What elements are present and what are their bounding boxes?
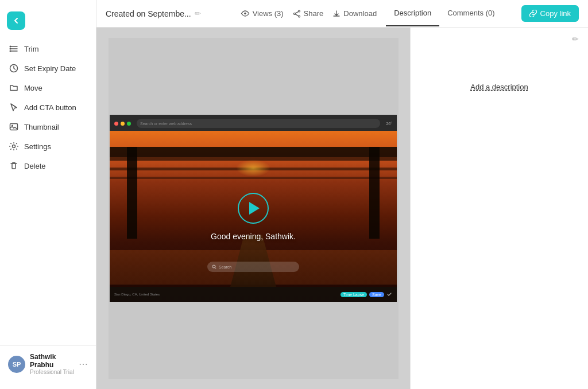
play-button[interactable]	[238, 193, 269, 224]
tabs: Description Comments (0)	[386, 1, 502, 26]
sidebar-item-move[interactable]: Move	[0, 78, 96, 98]
svg-point-6	[13, 145, 16, 148]
clock-icon	[9, 64, 18, 73]
video-container[interactable]: Search or enter web address 26°	[109, 38, 399, 379]
svg-point-5	[11, 125, 13, 127]
sidebar-menu: Trim Set Expiry Date Move Add CTA button	[0, 39, 96, 345]
desc-edit-area: ✏	[420, 34, 579, 44]
walkway	[230, 235, 276, 287]
taskbar-right: Time Lapse Save	[341, 291, 392, 297]
search-placeholder: Search	[219, 265, 231, 269]
sidebar-item-trim[interactable]: Trim	[0, 39, 96, 59]
gear-icon	[9, 142, 18, 151]
svg-point-10	[293, 13, 295, 14]
share-button[interactable]: Share	[293, 9, 324, 18]
taskbar-icon-1	[386, 291, 392, 297]
svg-point-9	[298, 15, 300, 17]
video-panel: Search or enter web address 26°	[96, 28, 410, 389]
avatar: SP	[8, 356, 25, 373]
user-role: Professional Trial	[30, 369, 74, 375]
trash-icon	[9, 161, 18, 170]
download-icon	[332, 10, 341, 18]
sidebar-item-add-cta-label: Add CTA button	[24, 103, 76, 112]
share-icon	[293, 10, 301, 18]
pergola-beam-top	[110, 147, 397, 157]
video-preview: Search or enter web address 26°	[110, 115, 397, 302]
content-area: Search or enter web address 26°	[96, 28, 588, 389]
back-button[interactable]	[7, 11, 25, 30]
copy-link-button[interactable]: Copy link	[521, 5, 579, 22]
description-panel: ✏ Add a description	[410, 28, 588, 389]
folder-icon	[9, 83, 18, 92]
sidebar-item-settings-label: Settings	[24, 142, 51, 151]
pergola-beam-left	[127, 147, 137, 239]
trim-icon	[9, 44, 18, 53]
sidebar-item-delete-label: Delete	[24, 162, 46, 170]
sidebar-item-settings[interactable]: Settings	[0, 137, 96, 156]
browser-dot-red	[114, 122, 118, 126]
search-icon-overlay	[212, 264, 216, 269]
sidebar-item-thumbnail[interactable]: Thumbnail	[0, 117, 96, 137]
svg-point-1	[10, 48, 11, 50]
search-bar-overlay: Search	[207, 262, 299, 272]
user-more-button[interactable]: ⋯	[79, 359, 88, 369]
add-description-link[interactable]: Add a description	[420, 83, 579, 91]
svg-point-0	[10, 46, 11, 48]
taskbar-pill-timelapse: Time Lapse	[341, 292, 367, 297]
video-overlay-text: Good evening, Sathwik.	[211, 232, 296, 241]
description-edit-icon[interactable]: ✏	[572, 34, 579, 44]
user-info: Sathwik Prabhu Professional Trial	[30, 353, 74, 375]
sidebar-item-thumbnail-label: Thumbnail	[24, 123, 59, 131]
pergola-beam-right	[369, 147, 380, 239]
tab-comments[interactable]: Comments (0)	[439, 1, 502, 26]
svg-point-7	[244, 13, 246, 15]
video-taskbar: San Diego, CA, United States Time Lapse …	[110, 287, 397, 302]
location-text: San Diego, CA, United States	[114, 293, 160, 296]
sidebar-item-trim-label: Trim	[24, 45, 39, 53]
sun-glow	[236, 160, 270, 177]
views-label: Views (3)	[253, 9, 284, 18]
sidebar-item-delete[interactable]: Delete	[0, 156, 96, 176]
page-title: Created on Septembe... ✏	[106, 9, 201, 18]
share-label: Share	[304, 9, 324, 18]
browser-weather: 26°	[386, 122, 392, 126]
pergola-slat-3	[110, 177, 397, 179]
sidebar-item-move-label: Move	[24, 84, 42, 92]
browser-urlbar: Search or enter web address	[137, 119, 380, 128]
browser-bar: Search or enter web address 26°	[110, 115, 397, 132]
sidebar-item-set-expiry[interactable]: Set Expiry Date	[0, 59, 96, 78]
sidebar-item-add-cta[interactable]: Add CTA button	[0, 98, 96, 117]
browser-dot-yellow	[121, 122, 125, 126]
title-edit-icon[interactable]: ✏	[195, 9, 201, 18]
views-button[interactable]: Views (3)	[241, 9, 284, 18]
topbar: Created on Septembe... ✏ Views (3) Share	[96, 0, 588, 28]
sidebar-item-set-expiry-label: Set Expiry Date	[24, 64, 76, 73]
sidebar-user: SP Sathwik Prabhu Professional Trial ⋯	[0, 345, 96, 382]
eye-icon	[241, 10, 250, 17]
taskbar-pill-save: Save	[369, 292, 384, 297]
play-triangle-icon	[249, 202, 260, 215]
tab-description[interactable]: Description	[386, 1, 439, 26]
svg-point-8	[298, 10, 300, 12]
sidebar: Trim Set Expiry Date Move Add CTA button	[0, 0, 96, 389]
image-icon	[9, 122, 18, 131]
main-content: Created on Septembe... ✏ Views (3) Share	[96, 0, 588, 389]
browser-dot-green	[127, 122, 131, 126]
topbar-meta: Views (3) Share Download	[241, 9, 377, 18]
download-label: Download	[343, 9, 377, 18]
download-button[interactable]: Download	[332, 9, 377, 18]
svg-point-2	[10, 50, 11, 52]
user-name: Sathwik Prabhu	[30, 353, 74, 369]
cursor-icon	[9, 103, 18, 112]
link-icon	[529, 10, 537, 17]
